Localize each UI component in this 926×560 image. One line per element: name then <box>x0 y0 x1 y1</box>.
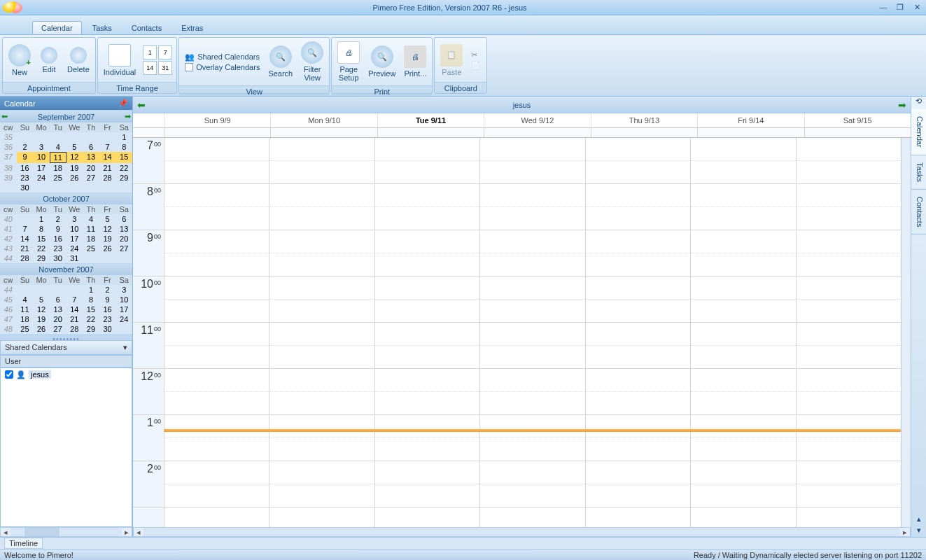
day-cell[interactable] <box>66 183 83 192</box>
paste-button[interactable]: 📋 Paste <box>436 42 467 78</box>
day-cell[interactable]: 24 <box>33 173 50 183</box>
day-cell[interactable]: 5 <box>66 142 83 152</box>
day-column[interactable] <box>479 138 584 527</box>
day-cell[interactable]: 10 <box>66 224 83 234</box>
day-header[interactable]: Thu 9/13 <box>591 113 697 127</box>
day-cell[interactable]: 11 <box>50 152 66 163</box>
day-cell[interactable]: 14 <box>66 304 83 314</box>
day-header[interactable]: Wed 9/12 <box>484 113 590 127</box>
day-cell[interactable]: 13 <box>50 304 66 314</box>
timeline-button[interactable]: Timeline <box>4 538 43 549</box>
day-cell[interactable]: 11 <box>17 304 34 314</box>
day-cell[interactable]: 20 <box>83 163 99 173</box>
day-cell[interactable]: 14 <box>17 234 34 244</box>
day-cell[interactable]: 4 <box>50 142 66 152</box>
day-cell[interactable] <box>17 132 34 142</box>
day-cell[interactable] <box>115 183 132 192</box>
day-cell[interactable]: 15 <box>83 304 99 314</box>
delete-button[interactable]: Delete <box>63 45 94 76</box>
day-cell[interactable] <box>115 324 132 334</box>
day-cell[interactable]: 23 <box>17 173 34 183</box>
day-cell[interactable]: 4 <box>83 214 99 224</box>
allday-cell[interactable] <box>697 128 804 137</box>
day-cell[interactable]: 10 <box>115 295 132 304</box>
overlay-calendars-checkbox[interactable]: Overlay Calendars <box>185 63 260 71</box>
user-checkbox[interactable] <box>5 370 13 379</box>
day-cell[interactable]: 2 <box>50 214 66 224</box>
day-cell[interactable] <box>83 183 99 192</box>
day-column[interactable] <box>690 138 795 527</box>
day-cell[interactable]: 21 <box>17 244 34 253</box>
copy-button[interactable]: 📄 <box>471 61 481 70</box>
day-cell[interactable]: 3 <box>33 142 50 152</box>
day-cell[interactable]: 8 <box>33 224 50 234</box>
tab-contacts[interactable]: Contacts <box>122 21 171 34</box>
day-cell[interactable]: 27 <box>50 324 66 334</box>
day-cell[interactable]: 26 <box>66 173 83 183</box>
day-cell[interactable]: 12 <box>33 304 50 314</box>
filter-view-button[interactable]: 🔍 Filter View <box>297 39 328 84</box>
day-cell[interactable]: 29 <box>115 173 132 183</box>
user-row[interactable]: 👤 jesus <box>0 368 132 527</box>
day-column[interactable] <box>164 138 269 527</box>
day-cell[interactable]: 30 <box>50 253 66 263</box>
day-cell[interactable]: 19 <box>99 234 116 244</box>
day-cell[interactable]: 27 <box>115 244 132 253</box>
range-14-button[interactable]: 14 <box>143 61 157 75</box>
edit-button[interactable]: Edit <box>35 45 63 76</box>
day-cell[interactable]: 7 <box>99 142 116 152</box>
day-cell[interactable] <box>33 132 50 142</box>
day-cell[interactable]: 16 <box>99 304 116 314</box>
day-cell[interactable]: 23 <box>99 314 116 324</box>
new-button[interactable]: + New <box>4 42 35 78</box>
day-cell[interactable]: 25 <box>17 324 34 334</box>
day-cell[interactable]: 1 <box>83 285 99 295</box>
day-header[interactable]: Mon 9/10 <box>270 113 377 127</box>
day-cell[interactable]: 17 <box>66 234 83 244</box>
day-column[interactable] <box>585 138 690 527</box>
tab-tasks[interactable]: Tasks <box>83 21 121 34</box>
day-cell[interactable]: 9 <box>17 152 34 163</box>
day-cell[interactable] <box>17 214 34 224</box>
prev-month-button[interactable]: ⬅ <box>1 112 8 121</box>
tab-extras[interactable]: Extras <box>172 21 212 34</box>
day-cell[interactable]: 13 <box>115 224 132 234</box>
day-cell[interactable]: 17 <box>115 304 132 314</box>
next-week-button[interactable]: ➡ <box>894 99 906 111</box>
day-column[interactable] <box>374 138 479 527</box>
allday-cell[interactable] <box>804 128 911 137</box>
day-cell[interactable]: 28 <box>66 324 83 334</box>
day-cell[interactable]: 28 <box>17 253 34 263</box>
allday-cell[interactable] <box>484 128 590 137</box>
day-header[interactable]: Sun 9/9 <box>164 113 270 127</box>
day-cell[interactable]: 23 <box>50 244 66 253</box>
vtab-tasks[interactable]: Tasks <box>911 155 926 190</box>
range-7-button[interactable]: 7 <box>158 46 172 59</box>
allday-row[interactable] <box>133 128 911 138</box>
day-column[interactable] <box>269 138 374 527</box>
day-cell[interactable]: 27 <box>83 173 99 183</box>
day-header[interactable]: Tue 9/11 <box>377 113 484 127</box>
day-cell[interactable]: 6 <box>50 295 66 304</box>
day-cell[interactable] <box>33 183 50 192</box>
day-cell[interactable]: 18 <box>50 163 66 173</box>
day-cell[interactable]: 21 <box>66 314 83 324</box>
grid-area[interactable] <box>164 138 901 527</box>
scroll-right-icon[interactable]: ▸ <box>900 528 910 536</box>
allday-cell[interactable] <box>377 128 484 137</box>
day-cell[interactable]: 15 <box>33 234 50 244</box>
day-cell[interactable]: 5 <box>99 214 116 224</box>
day-cell[interactable]: 6 <box>83 142 99 152</box>
day-cell[interactable]: 9 <box>50 224 66 234</box>
day-cell[interactable]: 6 <box>115 214 132 224</box>
vtab-toggle-icon[interactable]: ⟲ <box>911 97 926 109</box>
day-cell[interactable]: 24 <box>115 314 132 324</box>
vtab-contacts[interactable]: Contacts <box>911 190 926 234</box>
day-cell[interactable]: 17 <box>33 163 50 173</box>
day-cell[interactable]: 25 <box>50 173 66 183</box>
day-cell[interactable]: 18 <box>17 314 34 324</box>
day-cell[interactable]: 29 <box>33 253 50 263</box>
pin-icon[interactable]: 📌 <box>118 99 128 108</box>
day-cell[interactable]: 1 <box>115 132 132 142</box>
allday-cell[interactable] <box>591 128 697 137</box>
